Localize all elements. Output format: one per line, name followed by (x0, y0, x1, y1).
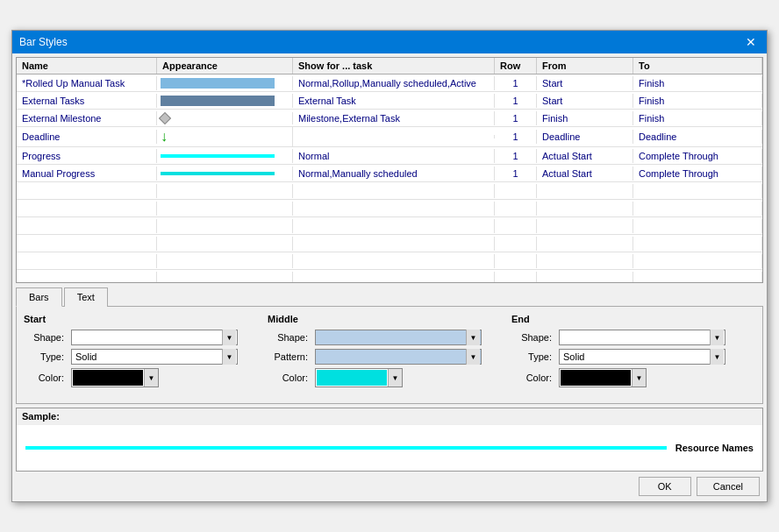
cell-show: Normal,Rollup,Manually scheduled,Active (293, 76, 495, 90)
table-row-empty[interactable] (17, 270, 762, 282)
cell-empty (537, 272, 633, 283)
cell-empty (293, 254, 495, 268)
table-row-empty[interactable] (17, 182, 762, 200)
cell-empty (157, 254, 293, 268)
cell-empty (17, 237, 157, 251)
cell-from: Start (537, 94, 633, 108)
middle-color-btn[interactable]: ▼ (315, 368, 403, 387)
middle-pattern-label: Pattern: (268, 351, 311, 362)
middle-pattern-wrapper: ▼ (315, 349, 482, 365)
bar-styles-table: Name Appearance Show for ... task Row Fr… (16, 57, 763, 283)
col-header-name: Name (17, 58, 157, 74)
cell-empty (17, 219, 157, 233)
start-shape-select[interactable] (71, 330, 238, 345)
cell-empty (293, 184, 495, 198)
table-row-empty[interactable] (17, 252, 762, 270)
start-color-arrow: ▼ (144, 369, 158, 387)
cell-empty (157, 184, 293, 198)
cell-to: Deadline (633, 130, 762, 144)
cell-empty (17, 202, 157, 216)
tabs-section: Bars Text Start Shape: ▼ (16, 287, 763, 404)
sample-area: Sample: Resource Names (16, 408, 763, 472)
cell-row: 1 (495, 149, 537, 163)
end-shape-label: Shape: (511, 332, 555, 343)
table-row-empty[interactable] (17, 235, 762, 252)
cell-empty (495, 237, 537, 251)
cell-empty (537, 237, 633, 251)
end-type-label: Type: (511, 351, 555, 362)
table-row[interactable]: Deadline↓1DeadlineDeadline (17, 127, 762, 147)
table-header: Name Appearance Show for ... task Row Fr… (17, 58, 762, 74)
cell-to: Finish (633, 111, 762, 125)
cell-name: Progress (17, 149, 157, 163)
cancel-button[interactable]: Cancel (697, 477, 760, 496)
start-color-btn[interactable]: ▼ (71, 368, 159, 387)
bar-styles-dialog: Bar Styles ✕ Name Appearance Show for ..… (11, 30, 768, 502)
end-type-row: Type: Solid ▼ (511, 349, 747, 365)
start-type-wrapper: Solid ▼ (71, 349, 238, 365)
cell-empty (495, 272, 537, 283)
cell-empty (633, 202, 762, 216)
dialog-footer: OK Cancel (12, 473, 767, 501)
start-type-select[interactable]: Solid (71, 349, 238, 365)
cell-show: External Task (293, 94, 495, 108)
end-group-title: End (511, 314, 747, 324)
cell-show: Normal (293, 149, 495, 163)
cell-appearance (157, 167, 293, 181)
cell-empty (633, 184, 762, 198)
cell-empty (17, 184, 157, 198)
end-shape-select[interactable] (559, 330, 725, 345)
table-row-empty[interactable] (17, 200, 762, 217)
cell-empty (633, 272, 762, 283)
cell-to: Complete Through (633, 167, 762, 181)
col-header-show: Show for ... task (293, 58, 495, 74)
cell-empty (633, 219, 762, 233)
cell-from: Finish (537, 111, 633, 125)
middle-group: Middle Shape: ▼ Pattern: (268, 314, 503, 391)
end-type-select[interactable]: Solid (559, 349, 725, 365)
close-button[interactable]: ✕ (742, 33, 760, 51)
start-group-title: Start (24, 314, 259, 324)
start-color-row: Color: ▼ (24, 368, 259, 387)
tab-text[interactable]: Text (64, 287, 108, 307)
cell-empty (495, 254, 537, 268)
cell-from: Deadline (537, 130, 633, 144)
middle-group-title: Middle (268, 314, 503, 324)
end-group: End Shape: ▼ Type: (511, 314, 747, 391)
cell-show: Normal,Manually scheduled (293, 167, 495, 181)
ok-button[interactable]: OK (639, 477, 691, 496)
middle-shape-label: Shape: (268, 332, 311, 343)
middle-shape-select[interactable] (315, 330, 482, 345)
col-header-row: Row (495, 58, 537, 74)
cell-empty (537, 184, 633, 198)
end-color-label: Color: (511, 372, 555, 383)
cell-appearance: ↓ (157, 127, 293, 146)
cell-appearance (157, 94, 293, 108)
table-row[interactable]: External MilestoneMilestone,External Tas… (17, 110, 762, 127)
start-shape-row: Shape: ▼ (24, 330, 259, 345)
tab-bars[interactable]: Bars (16, 287, 62, 307)
table-row[interactable]: ProgressNormal1Actual StartComplete Thro… (17, 147, 762, 165)
cell-appearance (157, 76, 293, 90)
cell-row: 1 (495, 167, 537, 181)
cell-empty (157, 237, 293, 251)
table-row-empty[interactable] (17, 217, 762, 235)
end-color-btn[interactable]: ▼ (559, 368, 647, 387)
cell-name: Manual Progress (17, 167, 157, 181)
cell-empty (495, 202, 537, 216)
cell-to: Finish (633, 94, 762, 108)
cell-empty (537, 219, 633, 233)
end-shape-wrapper: ▼ (559, 330, 725, 345)
title-bar: Bar Styles ✕ (12, 31, 767, 53)
sample-bar (25, 446, 667, 450)
table-row[interactable]: External TasksExternal Task1StartFinish (17, 92, 762, 110)
cell-name: *Rolled Up Manual Task (17, 76, 157, 90)
middle-pattern-select[interactable] (315, 349, 482, 365)
table-row[interactable]: *Rolled Up Manual TaskNormal,Rollup,Manu… (17, 74, 762, 92)
options-area: Start Shape: ▼ Type: (16, 307, 763, 404)
start-color-swatch (73, 370, 143, 386)
middle-pattern-row: Pattern: ▼ (268, 349, 503, 365)
table-row[interactable]: Manual ProgressNormal,Manually scheduled… (17, 165, 762, 182)
start-group: Start Shape: ▼ Type: (24, 314, 259, 391)
cell-empty (293, 272, 495, 283)
